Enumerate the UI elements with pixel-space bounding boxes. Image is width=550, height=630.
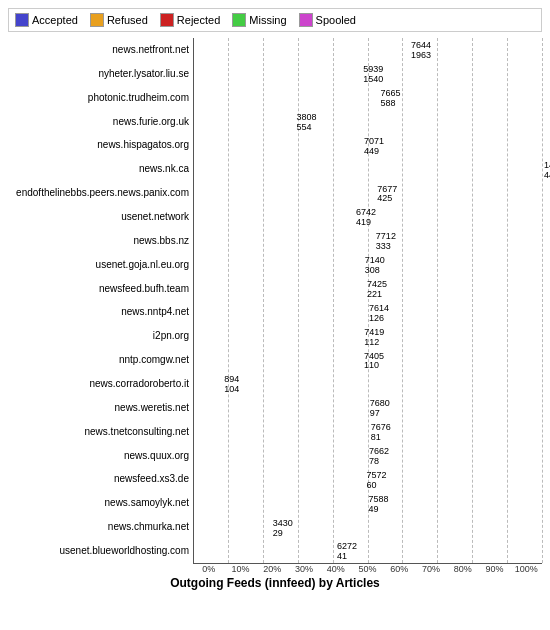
value-labels: 7405110 (364, 352, 384, 372)
row-label: usenet.goja.nl.eu.org (8, 259, 193, 270)
value-labels: 7071449 (364, 137, 384, 157)
table-row: news.chmurka.net343029 (8, 517, 542, 537)
value-refused: 41 (337, 552, 357, 562)
table-row: news.hispagatos.org7071449 (8, 135, 542, 155)
legend-item-accepted: Accepted (15, 13, 78, 27)
chart-container: AcceptedRefusedRejectedMissingSpooled ne… (0, 0, 550, 630)
row-label: news.nntp4.net (8, 306, 193, 317)
value-refused: 554 (296, 123, 316, 133)
value-labels: 3808554 (296, 113, 316, 133)
bar-area: 766278 (193, 445, 542, 465)
value-labels: 767681 (371, 423, 391, 443)
table-row: endofthelinebbs.peers.news.panix.com7677… (8, 183, 542, 203)
chart-title: Outgoing Feeds (innfeed) by Articles (8, 576, 542, 590)
value-refused: 1540 (363, 75, 383, 85)
x-axis-label: 40% (320, 564, 352, 574)
legend-swatch-spooled (299, 13, 313, 27)
value-labels: 7425221 (367, 280, 387, 300)
row-label: news.hispagatos.org (8, 139, 193, 150)
x-axis-label: 30% (288, 564, 320, 574)
value-labels: 757260 (367, 471, 387, 491)
row-label: news.bbs.nz (8, 235, 193, 246)
bar-area: 627241 (193, 540, 542, 560)
value-labels: 7614126 (369, 304, 389, 324)
legend-swatch-accepted (15, 13, 29, 27)
table-row: usenet.blueworldhosting.com627241 (8, 540, 542, 560)
bar-area: 7071449 (193, 135, 542, 155)
value-labels: 14184440 (544, 161, 550, 181)
x-axis-label: 50% (352, 564, 384, 574)
value-refused: 126 (369, 314, 389, 324)
value-labels: 758849 (368, 495, 388, 515)
value-refused: 419 (356, 218, 376, 228)
bar-area: 767681 (193, 421, 542, 441)
value-refused: 81 (371, 433, 391, 443)
x-axis-label: 20% (256, 564, 288, 574)
table-row: news.nntp4.net7614126 (8, 302, 542, 322)
table-row: nyheter.lysator.liu.se59391540 (8, 63, 542, 83)
table-row: news.corradoroberto.it894104 (8, 373, 542, 393)
row-label: news.furie.org.uk (8, 116, 193, 127)
value-labels: 627241 (337, 542, 357, 562)
bar-area: 7677425 (193, 183, 542, 203)
row-label: news.samoylyk.net (8, 497, 193, 508)
table-row: i2pn.org7419112 (8, 326, 542, 346)
value-labels: 7712333 (376, 232, 396, 252)
row-label: news.netfront.net (8, 44, 193, 55)
bar-area: 768097 (193, 397, 542, 417)
value-refused: 60 (367, 481, 387, 491)
legend-label-accepted: Accepted (32, 14, 78, 26)
row-label: newsfeed.bufh.team (8, 283, 193, 294)
row-label: nyheter.lysator.liu.se (8, 68, 193, 79)
bar-area: 7425221 (193, 278, 542, 298)
legend-item-spooled: Spooled (299, 13, 356, 27)
value-labels: 343029 (273, 519, 293, 539)
row-label: news.tnetconsulting.net (8, 426, 193, 437)
bar-area: 7712333 (193, 230, 542, 250)
table-row: newsfeed.xs3.de757260 (8, 469, 542, 489)
bar-area: 7405110 (193, 350, 542, 370)
row-label: nntp.comgw.net (8, 354, 193, 365)
row-label: news.corradoroberto.it (8, 378, 193, 389)
value-labels: 76441963 (411, 41, 431, 61)
row-label: usenet.network (8, 211, 193, 222)
legend-label-missing: Missing (249, 14, 286, 26)
x-axis-label: 80% (447, 564, 479, 574)
table-row: news.nk.ca14184440 (8, 159, 542, 179)
value-refused: 425 (377, 194, 397, 204)
table-row: news.quux.org766278 (8, 445, 542, 465)
value-refused: 112 (364, 338, 384, 348)
value-refused: 1963 (411, 51, 431, 61)
value-labels: 7677425 (377, 185, 397, 205)
legend-item-refused: Refused (90, 13, 148, 27)
value-refused: 110 (364, 361, 384, 371)
row-label: news.quux.org (8, 450, 193, 461)
value-refused: 449 (364, 147, 384, 157)
value-labels: 59391540 (363, 65, 383, 85)
legend-swatch-refused (90, 13, 104, 27)
legend-label-rejected: Rejected (177, 14, 220, 26)
bar-area: 59391540 (193, 63, 542, 83)
value-refused: 221 (367, 290, 387, 300)
table-row: usenet.goja.nl.eu.org7140308 (8, 254, 542, 274)
value-refused: 440 (544, 171, 550, 181)
value-labels: 6742419 (356, 208, 376, 228)
x-axis-label: 90% (479, 564, 511, 574)
table-row: news.bbs.nz7712333 (8, 230, 542, 250)
bar-area: 758849 (193, 493, 542, 513)
bar-area: 343029 (193, 517, 542, 537)
value-labels: 894104 (224, 375, 239, 395)
bar-area: 76441963 (193, 39, 542, 59)
table-row: photonic.trudheim.com7665588 (8, 87, 542, 107)
value-refused: 333 (376, 242, 396, 252)
value-refused: 588 (381, 99, 401, 109)
bar-area: 3808554 (193, 111, 542, 131)
row-label: news.weretis.net (8, 402, 193, 413)
bar-area: 7665588 (193, 87, 542, 107)
grid-line (542, 38, 543, 563)
value-refused: 104 (224, 385, 239, 395)
x-axis-label: 70% (415, 564, 447, 574)
value-labels: 7665588 (381, 89, 401, 109)
row-label: news.chmurka.net (8, 521, 193, 532)
bar-area: 757260 (193, 469, 542, 489)
